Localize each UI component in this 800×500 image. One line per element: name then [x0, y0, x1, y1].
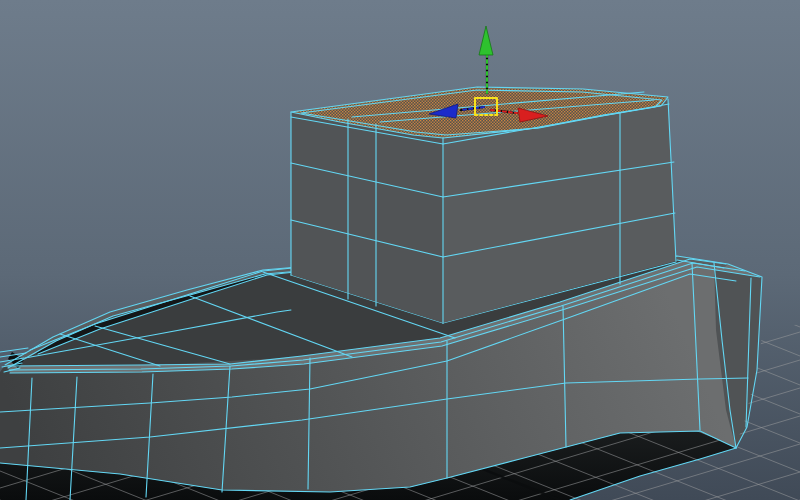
viewport-canvas[interactable] — [0, 0, 800, 500]
maya-3d-viewport[interactable] — [0, 0, 800, 500]
